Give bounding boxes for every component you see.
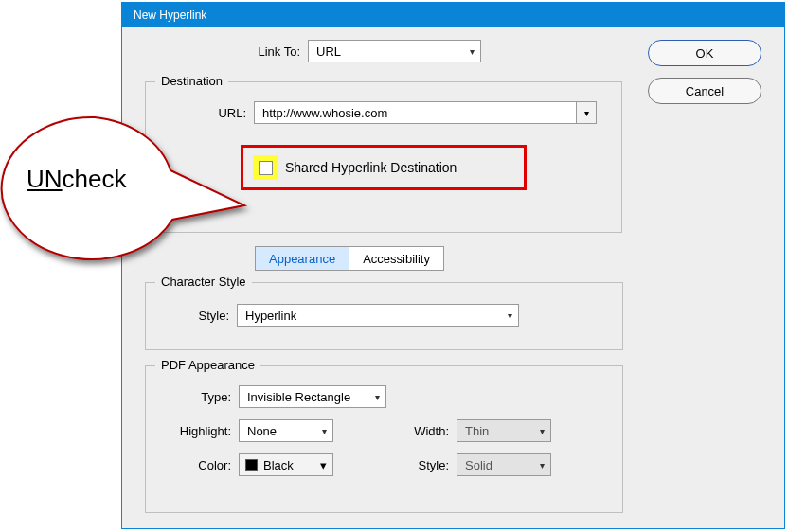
pdf-width-label: Width: bbox=[390, 424, 457, 438]
pdf-legend: PDF Appearance bbox=[155, 358, 260, 372]
chevron-down-icon: ▾ bbox=[375, 392, 380, 402]
pdf-highlight-value: None bbox=[247, 424, 277, 438]
url-dropdown-button[interactable]: ▾ bbox=[576, 101, 597, 124]
pdf-width-value: Thin bbox=[465, 424, 489, 438]
shared-destination-checkbox[interactable] bbox=[259, 161, 273, 175]
fieldset-destination: Destination URL: ▾ Shared Hyperlink Dest… bbox=[145, 81, 622, 233]
chevron-down-icon: ▾ bbox=[540, 426, 545, 436]
pdf-highlight-label: Highlight: bbox=[169, 424, 239, 438]
chevron-down-icon: ▾ bbox=[540, 460, 545, 470]
chevron-down-icon: ▾ bbox=[584, 108, 589, 118]
cancel-label: Cancel bbox=[686, 84, 724, 98]
pdf-color-value: Black bbox=[263, 458, 294, 472]
callout-rest: check bbox=[63, 165, 127, 193]
pdf-type-dropdown[interactable]: Invisible Rectangle ▾ bbox=[239, 385, 386, 408]
destination-legend: Destination bbox=[155, 74, 228, 88]
pdf-style-value: Solid bbox=[465, 458, 492, 472]
annotation-yellow-highlight bbox=[253, 155, 278, 180]
callout-prefix: UN bbox=[27, 165, 63, 193]
dialog-content: OK Cancel Link To: URL ▾ Destination URL… bbox=[122, 27, 784, 528]
pdf-width-dropdown[interactable]: Thin ▾ bbox=[457, 419, 551, 442]
url-label: URL: bbox=[214, 106, 246, 120]
character-style-value: Hyperlink bbox=[245, 309, 296, 323]
fieldset-character-style: Character Style Style: Hyperlink ▾ bbox=[145, 282, 623, 350]
cancel-button[interactable]: Cancel bbox=[648, 78, 761, 104]
pdf-color-label: Color: bbox=[169, 458, 239, 472]
dialog-titlebar: New Hyperlink bbox=[122, 3, 784, 27]
ok-button[interactable]: OK bbox=[648, 40, 761, 66]
fieldset-pdf-appearance: PDF Appearance Type: Invisible Rectangle… bbox=[145, 365, 623, 513]
pdf-color-dropdown[interactable]: Black ▾ bbox=[239, 453, 333, 476]
tab-accessibility-label: Accessibility bbox=[363, 252, 430, 266]
style-label: Style: bbox=[182, 309, 229, 323]
link-to-label: Link To: bbox=[217, 44, 300, 59]
pdf-type-value: Invisible Rectangle bbox=[247, 390, 350, 404]
shared-destination-label: Shared Hyperlink Destination bbox=[285, 160, 457, 175]
chevron-down-icon: ▾ bbox=[508, 310, 512, 321]
tab-bar: Appearance Accessibility bbox=[255, 246, 444, 271]
chevron-down-icon: ▾ bbox=[322, 426, 327, 436]
annotation-highlight-box: Shared Hyperlink Destination bbox=[241, 145, 527, 190]
chevron-down-icon: ▾ bbox=[320, 458, 327, 472]
pdf-style-dropdown[interactable]: Solid ▾ bbox=[457, 453, 551, 476]
link-to-value: URL bbox=[316, 44, 341, 59]
character-style-legend: Character Style bbox=[155, 275, 252, 289]
new-hyperlink-dialog: New Hyperlink OK Cancel Link To: URL ▾ D… bbox=[121, 2, 785, 529]
ok-label: OK bbox=[696, 46, 714, 61]
dialog-title: New Hyperlink bbox=[134, 9, 206, 22]
tab-appearance-label: Appearance bbox=[269, 252, 335, 266]
pdf-style-label: Style: bbox=[390, 458, 457, 472]
tab-appearance[interactable]: Appearance bbox=[256, 247, 349, 270]
pdf-type-label: Type: bbox=[169, 390, 239, 404]
tab-accessibility[interactable]: Accessibility bbox=[349, 247, 443, 270]
chevron-down-icon: ▾ bbox=[470, 46, 475, 57]
pdf-highlight-dropdown[interactable]: None ▾ bbox=[239, 419, 333, 442]
color-swatch-icon bbox=[245, 459, 258, 471]
url-input[interactable] bbox=[254, 101, 576, 124]
link-to-dropdown[interactable]: URL ▾ bbox=[308, 40, 481, 62]
character-style-dropdown[interactable]: Hyperlink ▾ bbox=[237, 304, 519, 327]
